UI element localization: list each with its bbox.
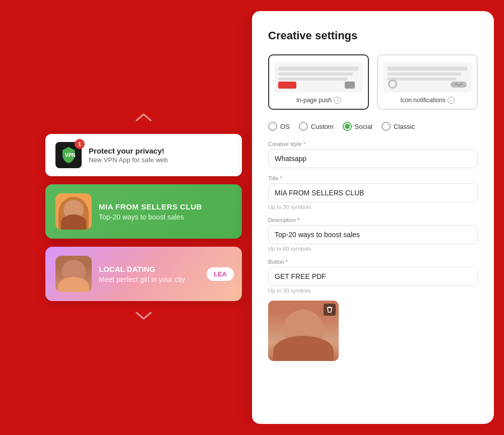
description-field: Description * Up to 60 symbols	[268, 217, 478, 252]
radio-os-label: OS	[280, 123, 290, 130]
chevron-up-icon[interactable]	[135, 110, 153, 126]
icon-preview-bar-3	[387, 78, 457, 81]
image-delete-button[interactable]	[324, 304, 336, 316]
icon-preview-bar-2	[387, 72, 462, 76]
dating-card: LOCAL DATING Meet perfect girl in your c…	[45, 247, 242, 301]
vpn-card-description: New VPN App for safe web	[89, 156, 168, 164]
mia-card: MIA FROM SELLERS CLUB Top-20 ways to boo…	[45, 184, 242, 239]
title-field: Title * Up to 30 symbols	[268, 175, 478, 210]
creative-types-container: In-page push i Icon notifications i	[268, 54, 478, 110]
mia-avatar	[55, 193, 92, 230]
svg-text:VPN: VPN	[65, 153, 76, 158]
button-field-label: Button *	[268, 259, 478, 265]
creative-style-field: Creative style *	[268, 141, 478, 168]
chevron-down-icon[interactable]	[135, 309, 153, 325]
radio-custom[interactable]: Custom	[299, 122, 334, 131]
button-hint: Up to 30 symbols	[268, 287, 478, 294]
preview-bar-3	[278, 78, 348, 81]
icon-preview-circle	[388, 80, 397, 89]
radio-classic-label: Classic	[394, 123, 415, 130]
vpn-card-title: Protect your privacy!	[89, 147, 168, 155]
preview-icon-box	[345, 82, 355, 89]
title-hint: Up to 30 symbols	[268, 204, 478, 210]
dating-lea-button[interactable]: LEA	[207, 267, 234, 281]
radio-group: OS Custom Social Classic	[268, 122, 478, 131]
icon-preview-bar-1	[387, 66, 468, 70]
button-input[interactable]	[268, 267, 478, 286]
radio-classic-circle[interactable]	[382, 122, 391, 131]
mia-card-title: MIA FROM SELLERS CLUB	[99, 202, 202, 211]
radio-social-circle[interactable]	[343, 122, 352, 131]
inpage-label: In-page push i	[274, 97, 363, 104]
creative-type-inpage[interactable]: In-page push i	[268, 54, 369, 110]
radio-os[interactable]: OS	[268, 122, 290, 131]
radio-os-circle[interactable]	[268, 122, 277, 131]
vpn-badge: 1	[75, 139, 85, 149]
dating-card-title: LOCAL DATING	[99, 265, 185, 273]
vpn-icon-wrapper: VPN 1	[55, 142, 82, 168]
right-panel: Creative settings In-page push i	[252, 11, 494, 424]
mia-avatar-figure	[58, 197, 89, 230]
title-field-label: Title *	[268, 175, 478, 181]
dating-avatar-figure	[55, 256, 92, 292]
button-field: Button * Up to 30 symbols	[268, 259, 478, 294]
icon-info-icon[interactable]: i	[448, 97, 455, 104]
radio-custom-label: Custom	[311, 123, 334, 130]
image-preview-box	[268, 301, 339, 361]
mia-card-description: Top-20 ways to boost sales	[99, 213, 202, 221]
radio-classic[interactable]: Classic	[382, 122, 415, 131]
preview-bar-1	[278, 66, 359, 70]
description-hint: Up to 60 symbols	[268, 246, 478, 252]
icon-label: Icon notifications i	[383, 97, 472, 104]
dating-card-description: Meet perfect girl in your city	[99, 275, 185, 283]
creative-type-icon[interactable]: Icon notifications i	[377, 54, 478, 110]
icon-preview-link	[451, 82, 467, 88]
vpn-card: VPN 1 Protect your privacy! New VPN App …	[45, 134, 242, 176]
left-panel: VPN 1 Protect your privacy! New VPN App …	[10, 11, 277, 424]
creative-style-input[interactable]	[268, 149, 478, 168]
dating-avatar	[55, 256, 92, 292]
creative-style-label: Creative style *	[268, 141, 478, 147]
description-field-label: Description *	[268, 217, 478, 223]
dating-card-text: LOCAL DATING Meet perfect girl in your c…	[99, 265, 185, 283]
description-input[interactable]	[268, 225, 478, 244]
preview-bar-2	[278, 72, 353, 76]
outer-container: VPN 1 Protect your privacy! New VPN App …	[10, 11, 494, 424]
inpage-info-icon[interactable]: i	[334, 97, 341, 104]
vpn-card-text: Protect your privacy! New VPN App for sa…	[89, 147, 168, 164]
icon-preview	[383, 62, 472, 93]
radio-custom-circle[interactable]	[299, 122, 308, 131]
panel-title: Creative settings	[268, 29, 478, 42]
preview-red-button	[278, 82, 296, 89]
radio-social[interactable]: Social	[343, 122, 372, 131]
inpage-preview	[274, 62, 363, 93]
radio-social-label: Social	[355, 123, 372, 130]
title-input[interactable]	[268, 183, 478, 202]
mia-card-text: MIA FROM SELLERS CLUB Top-20 ways to boo…	[99, 202, 202, 221]
